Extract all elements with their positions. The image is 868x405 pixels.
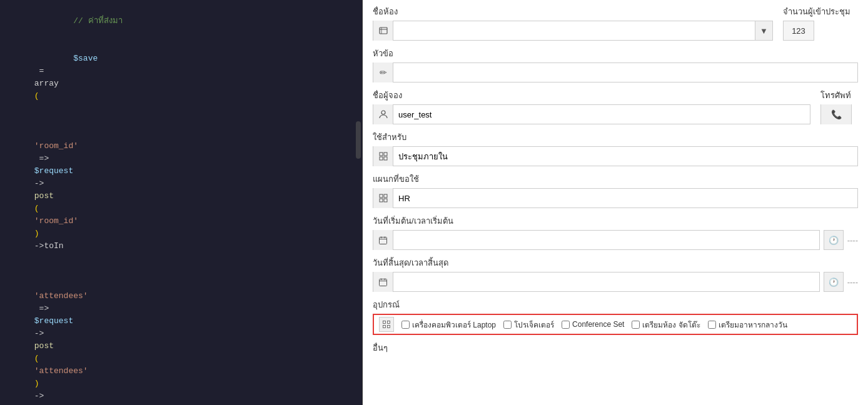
equipment-checkbox-conference-set[interactable]	[562, 321, 570, 329]
svg-rect-22	[383, 326, 386, 328]
end-datetime-label: วันที่สิ้นสุด/เวลาสิ้นสุด	[373, 256, 858, 269]
equipment-item-laptop[interactable]: เครื่องคอมพิวเตอร์ Laptop	[401, 319, 496, 331]
room-input-wrapper: ▼	[373, 21, 773, 41]
booker-label: ชื่อผู้จอง	[373, 89, 810, 102]
phone-label: โทรศัพท์	[820, 89, 858, 102]
equipment-item-room-setup[interactable]: เตรียมห้อง จัดโต๊ะ	[632, 319, 700, 331]
end-date-wrapper	[373, 272, 820, 292]
booker-input-wrapper	[373, 104, 810, 124]
start-date-input[interactable]	[393, 231, 819, 249]
start-datetime-row: วันที่เริ่มต้น/เวลาเริ่มต้น 🕐 ----	[373, 214, 858, 250]
end-calendar-icon	[373, 272, 393, 292]
start-date-wrapper	[373, 230, 820, 250]
end-time-value: ----	[847, 278, 858, 287]
department-group: แผนกที่ขอใช้	[373, 172, 858, 208]
code-editor: // ค่าที่ส่งมา $save = array ( 'room_id'…	[0, 0, 363, 405]
pencil-icon: ✏	[373, 62, 393, 82]
department-input-wrapper	[373, 188, 858, 208]
svg-rect-5	[384, 152, 387, 156]
phone-group: โทรศัพท์ 📞	[820, 89, 858, 124]
svg-rect-23	[388, 326, 390, 328]
department-input[interactable]	[393, 189, 857, 208]
other-group: อื่นๆ	[373, 341, 858, 357]
department-label: แผนกที่ขอใช้	[373, 172, 858, 186]
start-date-group: วันที่เริ่มต้น/เวลาเริ่มต้น 🕐 ----	[373, 214, 858, 250]
code-line: 'attendees' => $request -> post ( 'atten…	[0, 265, 362, 405]
equipment-checkbox-laptop[interactable]	[401, 321, 410, 329]
svg-rect-4	[380, 152, 383, 156]
equipment-item-lunch[interactable]: เตรียมอาหารกลางวัน	[708, 319, 787, 331]
equipment-row-container: อุปกรณ์ เครื่องคอมพิวเตอร์ Laptop	[373, 298, 858, 335]
equipment-checkbox-projector[interactable]	[503, 321, 512, 329]
svg-rect-6	[380, 157, 383, 160]
attendees-label: จำนวนผู้เข้าประชุม	[783, 5, 858, 18]
other-row: อื่นๆ	[373, 341, 858, 357]
phone-input-wrapper: 📞	[820, 104, 852, 124]
equipment-item-projector[interactable]: โปรเจ็คเตอร์	[503, 319, 554, 331]
equipment-checkbox-room-setup[interactable]	[632, 321, 640, 329]
booker-phone-row: ชื่อผู้จอง โทรศัพท์ 📞	[373, 89, 858, 124]
use-for-row: ใช้สำหรับ	[373, 131, 858, 166]
svg-rect-0	[380, 28, 387, 34]
use-for-icon	[373, 146, 393, 166]
start-time-value: ----	[847, 236, 858, 245]
room-dropdown-btn[interactable]: ▼	[755, 21, 772, 40]
svg-point-3	[381, 111, 385, 114]
equipment-group: อุปกรณ์ เครื่องคอมพิวเตอร์ Laptop	[373, 298, 858, 335]
attendees-display: 123	[783, 21, 814, 41]
booker-group: ชื่อผู้จอง	[373, 89, 810, 124]
phone-icon: 📞	[821, 104, 851, 124]
svg-rect-16	[380, 279, 387, 286]
svg-rect-11	[384, 199, 387, 202]
room-label: ชื่อห้อง	[373, 5, 773, 18]
use-for-label: ใช้สำหรับ	[373, 131, 858, 144]
other-label: อื่นๆ	[373, 341, 858, 354]
svg-rect-8	[380, 194, 383, 198]
person-icon	[373, 104, 393, 124]
code-line: $save = array (	[0, 40, 362, 115]
use-for-group: ใช้สำหรับ	[373, 131, 858, 166]
equipment-checkbox-lunch[interactable]	[708, 321, 716, 329]
end-date-input[interactable]	[393, 272, 819, 291]
equipment-item-conference-set[interactable]: Conference Set	[562, 320, 624, 329]
room-group: ชื่อห้อง ▼	[373, 5, 773, 41]
start-datetime-label: วันที่เริ่มต้น/เวลาเริ่มต้น	[373, 214, 858, 228]
start-clock-icon: 🕐	[824, 230, 844, 250]
equipment-icon	[379, 317, 394, 332]
svg-rect-9	[384, 194, 387, 198]
start-calendar-icon	[373, 230, 393, 250]
svg-rect-7	[384, 157, 387, 160]
svg-rect-20	[383, 321, 386, 324]
use-for-input-wrapper	[373, 146, 858, 166]
room-attendees-row: ชื่อห้อง ▼ จำนวนผู้เข้าประชุม 123	[373, 5, 858, 41]
scrollbar[interactable]	[356, 121, 361, 159]
use-for-input[interactable]	[393, 147, 857, 166]
equipment-items-row: เครื่องคอมพิวเตอร์ Laptop โปรเจ็คเตอร์ C…	[373, 314, 858, 335]
booker-input[interactable]	[393, 105, 810, 124]
topic-group: หัวข้อ ✏	[373, 47, 858, 82]
topic-input[interactable]	[393, 63, 857, 82]
equipment-label: อุปกรณ์	[373, 298, 858, 311]
code-line: 'room_id' => $request -> post ( 'room_id…	[0, 115, 362, 265]
form-panel: ชื่อห้อง ▼ จำนวนผู้เข้าประชุม 123	[363, 0, 868, 405]
topic-label: หัวข้อ	[373, 47, 858, 60]
department-row: แผนกที่ขอใช้	[373, 172, 858, 208]
svg-rect-12	[380, 237, 387, 244]
topic-input-wrapper: ✏	[373, 62, 858, 82]
room-input[interactable]	[393, 21, 755, 40]
end-date-group: วันที่สิ้นสุด/เวลาสิ้นสุด 🕐 ----	[373, 256, 858, 292]
department-icon	[373, 188, 393, 208]
end-clock-icon: 🕐	[824, 272, 844, 292]
svg-rect-21	[388, 321, 390, 324]
attendees-group: จำนวนผู้เข้าประชุม 123	[783, 5, 858, 41]
topic-row: หัวข้อ ✏	[373, 47, 858, 82]
svg-rect-10	[380, 199, 383, 202]
code-line: // ค่าที่ส่งมา	[0, 2, 362, 40]
end-datetime-row: วันที่สิ้นสุด/เวลาสิ้นสุด 🕐 ----	[373, 256, 858, 292]
room-icon	[373, 21, 393, 41]
